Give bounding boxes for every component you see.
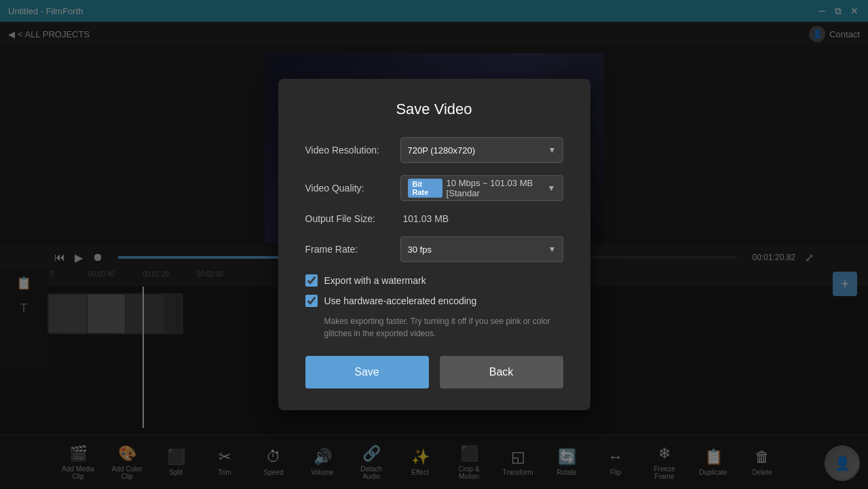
video-resolution-label: Video Resolution: xyxy=(305,145,400,156)
hardware-encoding-row: Use hardware-accelerated encoding xyxy=(305,295,563,307)
video-resolution-row: Video Resolution: 720P (1280x720) ▼ xyxy=(305,137,563,163)
frame-rate-row: Frame Rate: 30 fps ▼ xyxy=(305,236,563,262)
export-watermark-checkbox[interactable] xyxy=(305,274,318,287)
bitrate-badge: Bit Rate xyxy=(408,179,442,198)
save-button[interactable]: Save xyxy=(305,356,429,388)
output-file-size-row: Output File Size: 101.03 MB xyxy=(305,213,563,224)
hardware-encoding-label[interactable]: Use hardware-accelerated encoding xyxy=(324,295,477,306)
dialog-overlay: Save Video Video Resolution: 720P (1280x… xyxy=(0,0,868,489)
video-resolution-select-wrapper: 720P (1280x720) ▼ xyxy=(400,137,563,163)
output-file-size-value: 101.03 MB xyxy=(403,213,449,224)
hardware-encoding-hint: Makes exporting faster. Try turning it o… xyxy=(324,315,563,340)
hardware-encoding-checkbox[interactable] xyxy=(305,295,318,307)
output-file-size-label: Output File Size: xyxy=(305,213,400,224)
video-quality-select[interactable]: Bit Rate 10 Mbps ~ 101.03 MB [Standar ▼ xyxy=(400,175,563,201)
frame-rate-label: Frame Rate: xyxy=(305,244,400,255)
frame-rate-select[interactable]: 30 fps xyxy=(400,236,563,262)
export-watermark-label[interactable]: Export with a watermark xyxy=(324,275,426,286)
video-quality-label: Video Quality: xyxy=(305,183,400,194)
dialog-title: Save Video xyxy=(305,101,563,118)
video-resolution-select[interactable]: 720P (1280x720) xyxy=(400,137,563,163)
frame-rate-select-wrapper: 30 fps ▼ xyxy=(400,236,563,262)
dialog-actions: Save Back xyxy=(305,356,563,388)
export-watermark-row: Export with a watermark xyxy=(305,274,563,287)
video-quality-row: Video Quality: Bit Rate 10 Mbps ~ 101.03… xyxy=(305,175,563,201)
save-video-dialog: Save Video Video Resolution: 720P (1280x… xyxy=(278,79,590,410)
back-button[interactable]: Back xyxy=(440,356,563,388)
bitrate-value: 10 Mbps ~ 101.03 MB [Standar xyxy=(447,178,556,198)
